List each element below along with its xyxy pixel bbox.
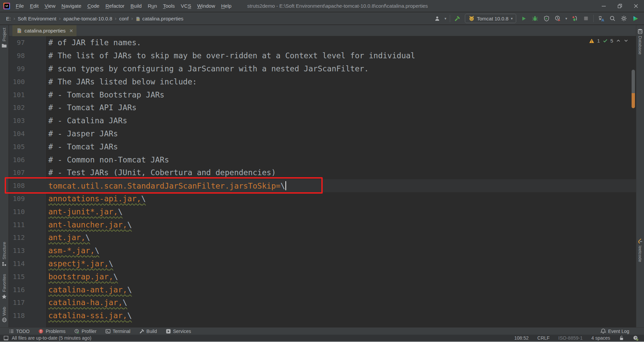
breadcrumb-item[interactable]: apache-tomcat-10.0.8 [62,16,114,21]
inspections-widget[interactable]: 1 5 [589,38,629,44]
breadcrumb-separator-icon: › [58,16,62,21]
toolbar-divider [450,15,450,22]
profiler-button[interactable] [554,14,562,22]
tab-catalina-properties[interactable]: catalina.properties ✕ [12,25,76,36]
menu-build[interactable]: Build [127,0,145,12]
event-log-button[interactable]: Event Log [600,328,629,334]
svg-text:?: ? [635,336,637,339]
menu-vcs[interactable]: VCS [178,0,194,12]
run-with-coverage-button[interactable] [542,14,550,22]
chevron-down-icon[interactable]: ▾ [444,16,446,21]
line-text: # - Jasper JARs [25,129,118,138]
line-number: 100 [9,78,25,86]
tool-window-button-profiler[interactable]: Profiler [74,329,96,334]
run-configuration-select[interactable]: Tomcat 10.0.8 ▾ [465,14,517,23]
build-project-button[interactable] [453,14,462,22]
menu-file[interactable]: File [13,0,27,12]
tool-windows-icon[interactable] [3,335,9,341]
close-button[interactable] [628,0,644,12]
tool-stripe-leetcode[interactable]: leetcode [637,238,643,262]
tab-close-icon[interactable]: ✕ [69,28,73,33]
line-number: 102 [9,104,25,112]
next-highlight-chevron-icon[interactable] [624,38,629,43]
breadcrumb-item[interactable]: catalina.properties [134,16,185,21]
ok-count: 5 [610,38,613,44]
menu-window[interactable]: Window [194,0,218,12]
right-tool-stripe: Databaseleetcode [636,25,644,327]
line-text: ant-launcher.jar,\ [25,220,132,229]
caret-position[interactable]: 108:52 [514,335,529,341]
tool-stripe-web[interactable]: Web [2,307,7,323]
main-area: ProjectStructureFavoritesWeb catalina.pr… [0,25,644,327]
line-number: 107 [9,168,25,177]
tool-stripe-structure[interactable]: Structure [2,242,7,267]
breadcrumb-item[interactable]: E: [5,16,12,21]
tool-stripe-favorites[interactable]: Favorites [1,274,7,299]
code-line-110: 110ant-junit*.jar,\ [9,205,636,218]
tool-stripe-label: Web [2,307,7,316]
menu-help[interactable]: Help [218,0,234,12]
menu-code[interactable]: Code [85,0,103,12]
menu-view[interactable]: View [42,0,58,12]
menu-edit[interactable]: Edit [27,0,42,12]
line-number: 114 [9,260,25,268]
tool-stripe-database[interactable]: Database [637,28,643,55]
settings-button[interactable] [620,14,628,22]
menu-refactor[interactable]: Refactor [102,0,127,12]
line-separator[interactable]: CRLF [537,335,550,341]
line-number: 116 [9,286,25,294]
profiler2-icon [74,329,79,334]
highlighting-level-icon[interactable]: ? [633,335,639,341]
line-number: 115 [9,273,25,281]
text-caret [285,181,286,190]
code-editor[interactable]: 97# of JAR file names.98# The list of JA… [9,36,636,327]
tool-window-button-todo[interactable]: TODO [9,329,30,334]
line-text: aspectj*.jar,\ [25,259,113,268]
search-everywhere-button[interactable] [608,14,616,22]
tool-window-button-problems[interactable]: Problems [38,329,65,334]
menu-navigate[interactable]: Navigate [58,0,84,12]
line-number: 109 [9,195,25,203]
minimize-button[interactable] [596,0,612,12]
file-encoding[interactable]: ISO-8859-1 [558,335,583,341]
line-number: 117 [9,298,25,306]
warning-icon [589,38,594,44]
chevron-down-icon: ▾ [511,16,513,21]
editor-column: catalina.properties ✕ 97# of JAR file na… [9,25,636,327]
code-line-102: 102# - Tomcat API JARs [9,101,636,114]
editor-scrollbar[interactable] [632,70,635,108]
menu-tools[interactable]: Tools [160,0,178,12]
intellij-logo-icon [3,3,10,9]
attach-debugger-button[interactable] [571,14,579,22]
scrollbar-warning-segment [632,93,635,108]
breadcrumb-separator-icon: › [114,16,118,21]
debug-button[interactable] [531,14,539,22]
indent-setting[interactable]: 4 spaces [591,335,610,341]
plugin-gradient-icon[interactable] [631,14,639,22]
line-text: tomcat.util.scan.StandardJarScanFilter.j… [25,181,286,190]
unlock-icon[interactable] [619,335,624,341]
tool-stripe-label: Structure [2,242,7,260]
code-line-107: 107# - Test JARs (JUnit, Cobertura and d… [9,166,636,179]
previous-highlight-chevron-icon[interactable] [616,38,621,43]
maximize-button[interactable] [612,0,628,12]
breadcrumb-item[interactable]: Soft Environment [16,16,58,21]
database-icon [637,28,643,34]
tool-window-button-terminal[interactable]: Terminal [105,329,130,334]
menu-run[interactable]: Run [145,0,160,12]
tool-window-buttons: TODOProblemsProfilerTerminalBuildService… [0,329,191,334]
tool-window-button-label: Build [147,329,157,334]
breadcrumb-item[interactable]: conf [118,16,130,21]
window-controls [596,0,644,12]
code-line-105: 105# - Tomcat JARs [9,140,636,153]
tool-stripe-project[interactable]: Project [1,28,7,49]
tool-window-button-services[interactable]: Services [166,329,191,334]
code-with-me-user-icon[interactable] [433,14,441,22]
tool-window-button-build[interactable]: Build [139,329,157,334]
line-number: 108 [9,182,25,190]
tool-stripe-label: Favorites [2,274,7,292]
chevron-down-icon[interactable]: ▾ [565,16,567,21]
terminal-icon [105,329,111,334]
translate-icon[interactable]: A [597,14,605,22]
run-button[interactable] [520,14,528,22]
